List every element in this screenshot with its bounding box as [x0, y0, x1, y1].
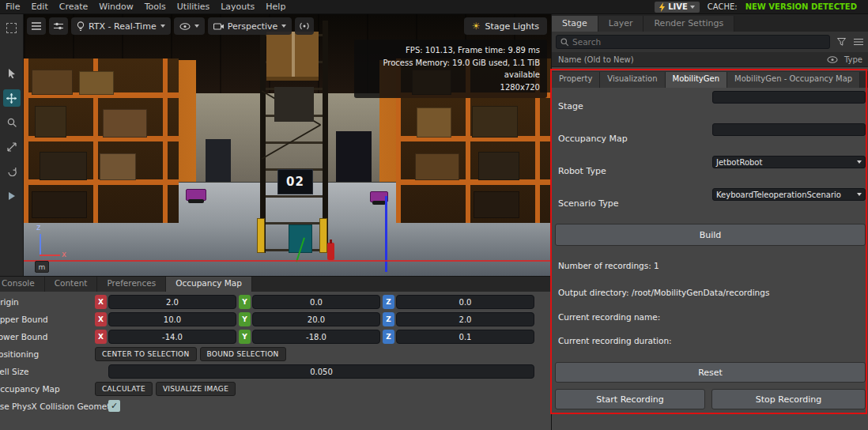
upper-bound-x-input[interactable]: 10.0	[108, 312, 236, 326]
tab-stage[interactable]: Stage	[552, 16, 598, 32]
menu-help[interactable]: Help	[260, 1, 291, 13]
select-tool-button[interactable]	[3, 65, 21, 82]
shelf-rack-left	[24, 58, 179, 223]
start-recording-button[interactable]: Start Recording	[555, 389, 705, 409]
tab-console[interactable]: Console	[0, 277, 45, 292]
cardboard-box	[35, 106, 66, 138]
cardboard-box	[32, 191, 87, 218]
lower-bound-z-input[interactable]: 0.1	[396, 330, 534, 344]
cell-size-label: Cell Size	[0, 367, 29, 376]
stage-lights-label: Stage Lights	[485, 21, 539, 32]
upper-bound-z-input[interactable]: 2.0	[396, 312, 534, 326]
bottom-panel-tabs: Console Content Preferences Occupancy Ma…	[0, 277, 551, 292]
lower-bound-y-input[interactable]: -18.0	[252, 330, 380, 344]
lower-bound-x-input[interactable]: -14.0	[108, 330, 236, 344]
tab-occupancy-map[interactable]: Occupancy Map	[166, 277, 252, 292]
menu-tools[interactable]: Tools	[139, 1, 172, 13]
visibility-dropdown[interactable]	[174, 17, 205, 35]
filter-icon[interactable]	[835, 36, 847, 48]
calculate-button[interactable]: CALCULATE	[95, 382, 153, 396]
live-sync-button[interactable]: LIVE	[655, 2, 700, 13]
aisle-sign: 02	[277, 169, 313, 194]
axis-z-badge: Z	[383, 312, 394, 326]
tab-content[interactable]: Content	[45, 277, 98, 292]
memory-line: Process Memory: 19.0 GiB used, 1.1 TiB a…	[361, 57, 540, 81]
bound-selection-button[interactable]: BOUND SELECTION	[200, 347, 286, 361]
occupancy-map-field-input[interactable]	[712, 123, 866, 136]
scale-icon	[7, 142, 17, 152]
physx-checkbox[interactable]	[108, 400, 120, 412]
search-box[interactable]	[556, 35, 830, 49]
fire-extinguisher	[327, 243, 334, 260]
play-button[interactable]	[3, 187, 21, 205]
tab-layer[interactable]: Layer	[598, 16, 644, 32]
axis-z-arrow	[40, 234, 41, 256]
cardboard-box	[474, 191, 519, 218]
origin-x-input[interactable]: 2.0	[108, 295, 236, 309]
menu-layouts[interactable]: Layouts	[215, 1, 260, 13]
stop-recording-button[interactable]: Stop Recording	[711, 389, 866, 409]
axis-x-arrow	[40, 255, 60, 256]
tab-render-settings[interactable]: Render Settings	[643, 16, 734, 32]
menu-create[interactable]: Create	[54, 1, 94, 13]
move-tool-button[interactable]	[3, 89, 21, 107]
robot-type-value: JetbotRobot	[716, 158, 762, 167]
cell-size-input[interactable]: 0.050	[108, 364, 534, 379]
frame-select-button[interactable]	[3, 19, 21, 36]
stage-columns-header: Name (Old to New) Type	[552, 52, 868, 67]
broadcast-button[interactable]	[295, 17, 314, 35]
search-input[interactable]	[572, 37, 825, 47]
tab-mobilitygen[interactable]: MobilityGen	[666, 72, 728, 88]
visualize-image-button[interactable]: VISUALIZE IMAGE	[156, 382, 236, 396]
stage-field-input[interactable]	[712, 91, 866, 104]
tab-property[interactable]: Property	[552, 72, 600, 88]
fps-line: FPS: 101.13, Frame time: 9.89 ms	[361, 44, 540, 57]
camera-dropdown[interactable]: Perspective	[208, 17, 292, 35]
zoom-tool-button[interactable]	[3, 114, 21, 131]
cardboard-box	[32, 70, 73, 95]
robot-type-label: Robot Type	[558, 166, 606, 176]
unit-badge[interactable]: m	[35, 261, 49, 273]
name-column-header[interactable]: Name (Old to New)	[558, 55, 634, 64]
stage-lights-button[interactable]: ☀ Stage Lights	[464, 17, 547, 35]
viewport-top-toolbar: RTX - Real-Time Perspective	[27, 17, 314, 35]
axis-z-badge: Z	[383, 330, 394, 344]
recording-name-text: Current recording name:	[558, 312, 660, 322]
frame-icon	[6, 23, 17, 33]
occupancy-map-panel: Console Content Preferences Occupancy Ma…	[0, 276, 551, 430]
chevron-down-icon	[194, 25, 199, 28]
origin-y-input[interactable]: 0.0	[252, 295, 380, 309]
rotate-tool-button[interactable]	[3, 163, 21, 180]
right-panel: Stage Layer Render Settings Name (Old to…	[551, 14, 868, 430]
menu-window[interactable]: Window	[93, 1, 138, 13]
chevron-down-icon	[857, 193, 862, 196]
origin-z-input[interactable]: 0.0	[396, 295, 534, 309]
options-list-icon[interactable]	[852, 36, 865, 48]
cardboard-box	[40, 152, 87, 180]
build-button[interactable]: Build	[555, 224, 866, 246]
upper-bound-y-input[interactable]: 20.0	[252, 312, 380, 326]
menu-edit[interactable]: Edit	[25, 1, 53, 13]
physx-label: Use PhysX Collision Geometry	[0, 402, 119, 411]
tab-mobilitygen-occupancy-map[interactable]: MobilityGen - Occupancy Map	[727, 72, 860, 88]
scale-tool-button[interactable]	[3, 138, 21, 156]
center-to-selection-button[interactable]: CENTER TO SELECTION	[95, 347, 197, 361]
viewport-menu-button[interactable]	[27, 17, 46, 35]
viewport-settings-button[interactable]	[49, 17, 68, 35]
viewport-3d[interactable]: 02 RTX - Real-Time	[24, 14, 551, 276]
version-banner[interactable]: NEW VERSION DETECTED	[745, 2, 857, 11]
live-label: LIVE	[668, 2, 688, 11]
visibility-eye-icon[interactable]	[827, 56, 838, 63]
robot-type-dropdown[interactable]: JetbotRobot	[712, 156, 866, 168]
axis-x-badge: X	[95, 295, 107, 309]
stage-search-row	[552, 32, 868, 52]
reset-button[interactable]: Reset	[555, 362, 866, 383]
tab-preferences[interactable]: Preferences	[97, 277, 166, 292]
menu-file[interactable]: File	[0, 1, 25, 13]
chevron-down-icon	[281, 25, 286, 28]
menu-utilities[interactable]: Utilities	[172, 1, 215, 13]
type-column-header[interactable]: Type	[844, 55, 862, 64]
tab-visualization[interactable]: Visualization	[600, 72, 665, 88]
scenario-type-dropdown[interactable]: KeyboardTeleoperationScenario	[712, 188, 866, 201]
renderer-dropdown[interactable]: RTX - Real-Time	[71, 17, 171, 35]
